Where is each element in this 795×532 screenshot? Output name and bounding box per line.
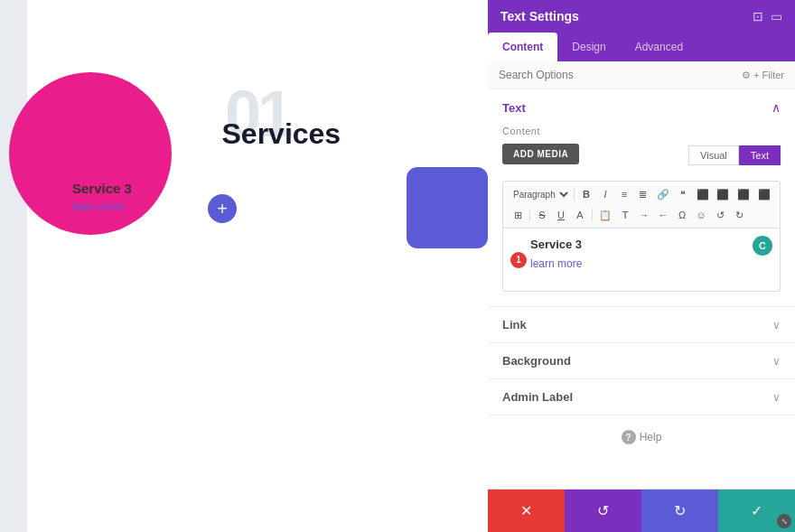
canvas-section-title: Services [221, 117, 341, 151]
panel-tabs: Content Design Advanced [488, 33, 795, 61]
tab-design[interactable]: Design [557, 33, 620, 61]
emoji-button[interactable]: ☺ [692, 206, 710, 224]
help-area: ? Help [488, 415, 795, 459]
text-section-chevron-up-icon: ∧ [772, 100, 781, 115]
editor-content[interactable]: 1 Service 3 learn more C [502, 229, 781, 292]
settings-panel: Text Settings ⊡ ▭ Content Design Advance… [488, 0, 795, 532]
filter-icon: ⚙ [742, 70, 751, 81]
special-char-button[interactable]: Ω [673, 206, 691, 224]
align-right-button[interactable]: ⬛ [734, 185, 753, 203]
help-icon: ? [622, 430, 636, 444]
tb-separator-3 [592, 209, 593, 221]
link-section: Link ∨ [488, 307, 795, 343]
save-icon: ✓ [751, 502, 762, 519]
canvas-add-button[interactable]: + [208, 194, 237, 223]
panel-footer: ✕ ↺ ↻ ✓ ⤡ [488, 489, 795, 532]
panel-content: Text ∧ Content ADD MEDIA Visual Text [488, 89, 795, 489]
unordered-list-button[interactable]: ≡ [615, 185, 633, 203]
text-section-title: Text [502, 101, 526, 115]
editor-service-text: Service 3 [530, 238, 771, 251]
toolbar-row-2: ⊞ S U A 📋 T → ← Ω ☺ ↺ ↻ [509, 206, 774, 224]
search-bar: ⚙ + Filter [488, 61, 795, 89]
undo-editor-button[interactable]: ↺ [711, 206, 729, 224]
admin-label-section-header[interactable]: Admin Label ∨ [488, 379, 795, 415]
panel-header: Text Settings ⊡ ▭ [488, 0, 795, 33]
blue-rect-decoration [407, 167, 488, 248]
undo-icon: ↺ [597, 502, 609, 519]
align-center-button[interactable]: ⬛ [714, 185, 734, 203]
paragraph-select[interactable]: Paragraph [509, 188, 571, 201]
link-section-title: Link [502, 318, 527, 331]
text-section-header[interactable]: Text ∧ [488, 89, 795, 126]
bold-button[interactable]: B [577, 185, 595, 203]
text-section-body: Content ADD MEDIA Visual Text Paragraph [488, 126, 795, 306]
panel-title: Text Settings [500, 9, 579, 23]
editor-toolbar: Paragraph B I ≡ ≣ 🔗 ❝ ⬛ ⬛ ⬛ ⬛ [502, 181, 781, 229]
ordered-list-button[interactable]: ≣ [634, 185, 652, 203]
underline-button[interactable]: U [552, 206, 570, 224]
table-button[interactable]: ⊞ [509, 206, 527, 224]
paste-button[interactable]: 📋 [595, 206, 615, 224]
cancel-button[interactable]: ✕ [488, 490, 565, 532]
filter-label: + Filter [753, 70, 784, 80]
cancel-icon: ✕ [520, 502, 532, 519]
canvas-area: 01 Services Service 3 learn more + [0, 0, 488, 532]
strikethrough-button[interactable]: S [533, 206, 551, 224]
help-label: Help [640, 431, 662, 443]
collapse-icon[interactable]: ▭ [771, 9, 782, 23]
paste-text-button[interactable]: T [616, 206, 634, 224]
redo-icon: ↻ [674, 502, 686, 519]
search-input[interactable] [499, 69, 742, 81]
link-section-chevron-down-icon: ∨ [772, 319, 781, 331]
background-section-chevron-down-icon: ∨ [772, 355, 781, 368]
redo-button[interactable]: ↻ [641, 490, 718, 532]
admin-label-section: Admin Label ∨ [488, 379, 795, 415]
background-section-header[interactable]: Background ∨ [488, 343, 795, 378]
add-media-button[interactable]: ADD MEDIA [502, 144, 579, 164]
toolbar-row-1: Paragraph B I ≡ ≣ 🔗 ❝ ⬛ ⬛ ⬛ ⬛ [509, 185, 774, 203]
align-left-button[interactable]: ⬛ [693, 185, 713, 203]
tab-advanced[interactable]: Advanced [621, 33, 697, 61]
indent-button[interactable]: → [635, 206, 653, 224]
undo-button[interactable]: ↺ [565, 490, 641, 532]
help-button[interactable]: ? Help [622, 430, 662, 444]
tb-separator-1 [574, 188, 575, 201]
justify-button[interactable]: ⬛ [754, 185, 774, 203]
tab-content[interactable]: Content [488, 33, 557, 61]
blockquote-button[interactable]: ❝ [674, 185, 692, 203]
canvas-learn-more-link[interactable]: learn more [72, 201, 124, 213]
tb-separator-2 [529, 209, 530, 221]
canvas-service-name: Service 3 [72, 181, 132, 196]
toggle-visual-button[interactable]: Visual [688, 145, 739, 165]
text-section: Text ∧ Content ADD MEDIA Visual Text [488, 89, 795, 307]
content-label: Content [502, 126, 781, 136]
white-canvas: 01 Services Service 3 learn more + [27, 0, 488, 532]
corner-handle: ⤡ [777, 514, 791, 528]
editor-toggle: Visual Text [688, 145, 781, 165]
filter-button[interactable]: ⚙ + Filter [742, 70, 784, 81]
resize-icon[interactable]: ⊡ [753, 9, 763, 23]
user-avatar: C [753, 236, 772, 256]
link-section-header[interactable]: Link ∨ [488, 307, 795, 342]
background-section-title: Background [502, 354, 571, 368]
panel-header-icons: ⊡ ▭ [753, 9, 782, 23]
admin-label-section-title: Admin Label [502, 390, 573, 404]
editor-learn-more-link[interactable]: learn more [530, 257, 582, 270]
badge-1: 1 [510, 252, 527, 268]
link-button[interactable]: 🔗 [653, 185, 673, 203]
redo-editor-button[interactable]: ↻ [730, 206, 748, 224]
italic-button[interactable]: I [596, 185, 614, 203]
outdent-button[interactable]: ← [654, 206, 672, 224]
text-color-button[interactable]: A [571, 206, 589, 224]
admin-label-section-chevron-down-icon: ∨ [772, 391, 781, 404]
background-section: Background ∨ [488, 343, 795, 379]
toggle-text-button[interactable]: Text [739, 145, 781, 165]
